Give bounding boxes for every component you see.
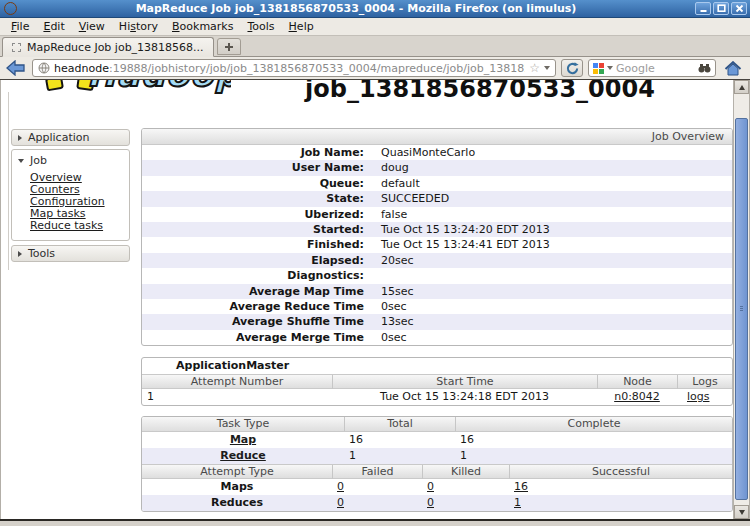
search-input[interactable]: Google	[616, 62, 695, 75]
bookmark-star-icon[interactable]: ☆	[529, 62, 540, 74]
table-row: Average Merge Time0sec	[142, 330, 732, 345]
url-text: headnode:19888/jobhistory/job/job_138185…	[54, 62, 525, 75]
maps-failed-link[interactable]: 0	[337, 480, 344, 493]
scroll-down-icon	[739, 510, 745, 515]
url-host: headnode	[54, 62, 109, 75]
reduces-failed-cell: 0	[332, 495, 422, 511]
reload-button[interactable]	[561, 59, 583, 77]
vertical-scrollbar[interactable]	[733, 80, 749, 519]
scrollbar-thumb[interactable]	[735, 118, 748, 500]
search-bar[interactable]: Google	[588, 59, 716, 77]
globe-icon	[38, 62, 50, 74]
reduces-killed-cell: 0	[422, 495, 509, 511]
am-node-cell: n0:8042	[597, 389, 677, 405]
sidebar-section-tools[interactable]: Tools	[11, 245, 130, 262]
menu-view[interactable]: View	[72, 18, 112, 35]
menu-bar: File Edit View History Bookmarks Tools H…	[0, 18, 750, 35]
col-header-attempt-number: Attempt Number	[142, 375, 332, 389]
task-row-reduce: Reduce 1 1	[142, 448, 732, 464]
back-button[interactable]	[5, 59, 27, 77]
reduces-killed-link[interactable]: 0	[427, 496, 434, 509]
table-row: Uberized:false	[142, 207, 732, 222]
map-total: 16	[344, 432, 455, 448]
accordion-collapsed-icon	[18, 251, 22, 257]
reduce-total: 1	[344, 448, 455, 464]
sidebar-link-reduce-tasks[interactable]: Reduce tasks	[30, 220, 103, 232]
reduce-cell: Reduce	[142, 448, 344, 464]
node-link[interactable]: n0:8042	[614, 390, 660, 403]
menu-file[interactable]: File	[4, 18, 36, 35]
menu-tools[interactable]: Tools	[240, 18, 281, 35]
sidebar-section-job: Job Overview Counters Configuration Map …	[11, 149, 130, 241]
minimize-button[interactable]	[695, 2, 711, 15]
col-header-start-time: Start Time	[332, 375, 597, 389]
maximize-button[interactable]	[713, 2, 729, 15]
col-header-node: Node	[597, 375, 677, 389]
table-row: State:SUCCEEDED	[142, 191, 732, 206]
col-header-task-type: Task Type	[142, 417, 344, 431]
google-logo-icon[interactable]	[593, 63, 604, 74]
navigation-toolbar: headnode:19888/jobhistory/job/job_138185…	[0, 57, 750, 80]
sidebar-section-application[interactable]: Application	[11, 129, 130, 146]
am-attempt-number: 1	[142, 389, 332, 405]
url-bar[interactable]: headnode:19888/jobhistory/job/job_138185…	[32, 59, 556, 77]
attempt-row-maps: Maps 0 0 16	[142, 479, 732, 495]
scroll-down-button[interactable]	[734, 505, 749, 519]
title-bar: MapReduce Job job_1381856870533_0004 - M…	[0, 0, 750, 18]
reload-icon	[566, 62, 579, 75]
map-tasks-link[interactable]: Map	[230, 433, 256, 446]
table-row: Queue:default	[142, 176, 732, 191]
window-controls	[695, 2, 747, 15]
maps-killed-link[interactable]: 0	[427, 480, 434, 493]
maps-successful-cell: 16	[509, 479, 732, 495]
home-button[interactable]	[721, 59, 745, 77]
accordion-expanded-icon	[18, 159, 24, 163]
hadoop-elephant-foot-icon	[45, 80, 64, 91]
sidebar-job-header[interactable]: Job	[17, 153, 124, 168]
sidebar-job-label: Job	[30, 154, 47, 167]
reduce-tasks-link[interactable]: Reduce	[220, 449, 266, 462]
sidebar-tools-label: Tools	[28, 247, 55, 260]
table-row: Average Reduce Time0sec	[142, 299, 732, 314]
logs-link[interactable]: logs	[687, 390, 710, 403]
menu-bookmarks[interactable]: Bookmarks	[165, 18, 240, 35]
menu-help[interactable]: Help	[282, 18, 321, 35]
maps-label: Maps	[142, 479, 332, 495]
maps-killed-cell: 0	[422, 479, 509, 495]
am-start-time: Tue Oct 15 13:24:18 EDT 2013	[332, 389, 597, 405]
col-header-complete: Complete	[455, 417, 732, 431]
new-tab-button[interactable]	[217, 38, 241, 55]
minimize-icon	[699, 4, 708, 13]
reduce-complete: 1	[455, 448, 732, 464]
main-content: Job Overview Job Name:QuasiMonteCarlo Us…	[141, 128, 733, 512]
url-dropdown-chevron-icon[interactable]	[544, 66, 550, 70]
window-title: MapReduce Job job_1381856870533_0004 - M…	[17, 0, 695, 18]
map-cell: Map	[142, 432, 344, 448]
jobhistory-page: Hadoop job_1381856870533_0004 Applicatio…	[1, 80, 733, 519]
tab-label: MapReduce Job job_13818568...	[27, 41, 204, 54]
reduces-successful-link[interactable]: 1	[514, 496, 521, 509]
tab-favicon-placeholder-icon	[12, 43, 21, 52]
table-row: Elapsed:20sec	[142, 253, 732, 268]
reduces-failed-link[interactable]: 0	[337, 496, 344, 509]
hadoop-logo: Hadoop	[1, 80, 231, 98]
table-row: Started:Tue Oct 15 13:24:20 EDT 2013	[142, 222, 732, 237]
am-logs-cell: logs	[677, 389, 732, 405]
close-button[interactable]	[731, 2, 747, 15]
menu-edit[interactable]: Edit	[36, 18, 71, 35]
table-row: Diagnostics:	[142, 268, 732, 283]
table-row: User Name:doug	[142, 160, 732, 175]
task-type-header-row: Task Type Total Complete	[142, 417, 732, 432]
search-go-binoculars-icon[interactable]	[698, 63, 711, 73]
plus-icon	[224, 42, 234, 52]
scroll-up-icon	[739, 85, 745, 90]
search-engine-chevron-icon[interactable]	[607, 66, 613, 70]
col-header-failed: Failed	[332, 465, 422, 479]
url-path: :19888/jobhistory/job/job_1381856870533_…	[109, 62, 525, 75]
scroll-up-button[interactable]	[734, 80, 749, 94]
maps-successful-link[interactable]: 16	[514, 480, 528, 493]
firefox-window: MapReduce Job job_1381856870533_0004 - M…	[0, 0, 750, 526]
menu-history[interactable]: History	[112, 18, 165, 35]
tab-mapreduce-job[interactable]: MapReduce Job job_13818568...	[2, 37, 214, 57]
job-overview-header: Job Overview	[142, 129, 732, 145]
